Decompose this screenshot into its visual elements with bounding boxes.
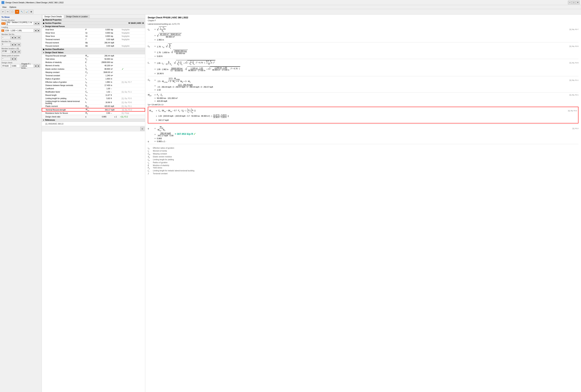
- section-material-properties[interactable]: ▣ Material Properties: [42, 18, 145, 21]
- collapse-icon-refs: ▼: [43, 119, 44, 121]
- moi-sym: Iz: [85, 64, 92, 67]
- lp-ref: [1], Eq. F2-5: [570, 45, 578, 47]
- member-no-input[interactable]: 1: [2, 43, 10, 46]
- design-situation-dropdown[interactable]: DS2 - Section 2.3 (LRFD), 1. to 5.: [6, 21, 34, 25]
- design-check-next[interactable]: ▶: [37, 64, 40, 68]
- stress-point-prev[interactable]: ◀: [11, 57, 14, 61]
- loading-prev[interactable]: ◀: [34, 29, 37, 32]
- lp-result: 5.83 ft: [157, 55, 578, 57]
- mny-eq2: =: [155, 115, 158, 117]
- design-check-value[interactable]: FF4100: [2, 64, 10, 68]
- rts-eq1: =: [153, 28, 157, 30]
- rts-content2: √ 40.100 in⁴ · 3040.00 in⁶ 88.900 in³: [157, 33, 578, 38]
- torsional-note: Negligible: [122, 38, 144, 40]
- esm-unit: in³: [111, 68, 122, 70]
- toolbar-btn-5[interactable]: 🔧: [20, 9, 24, 14]
- mpy-row3: = 420.83 kipft: [148, 100, 578, 102]
- legend-row-cw: Cw Warping constant: [148, 153, 578, 155]
- design-situation-prev[interactable]: ◀: [34, 21, 37, 25]
- cb-eq3: =: [153, 89, 157, 91]
- menu-view[interactable]: View: [1, 6, 8, 8]
- design-check-prev[interactable]: ◀: [34, 64, 37, 68]
- toolbar-btn-7[interactable]: ⊠: [29, 9, 34, 14]
- eta-green-check: ✓: [194, 132, 196, 135]
- section-references[interactable]: ▼ References: [42, 118, 145, 122]
- esm-check: ✓: [122, 67, 124, 70]
- resfac-sym: Φb: [85, 112, 92, 114]
- member-location-next[interactable]: ▶: [14, 50, 17, 53]
- maximize-button[interactable]: □: [572, 1, 576, 4]
- eta-eq3: =: [153, 137, 157, 140]
- design-check-ratio[interactable]: 0.865: [11, 64, 20, 68]
- reference-item-1: [1]. ANSI/AISC 360-22: [46, 123, 144, 125]
- design-check-chapter[interactable]: Chapter F | Lateral-torsio...: [20, 64, 34, 68]
- row-braced-length: Braced length Lb 11.67 ft: [42, 94, 145, 97]
- legend-row-fy: Fy Yield stress: [148, 167, 578, 169]
- toolbar-btn-6[interactable]: 📊: [24, 9, 29, 14]
- collapse-icon-forces: ▼: [43, 25, 44, 27]
- section-internal-forces[interactable]: ▼ Design Internal Forces: [42, 25, 145, 28]
- plastmo-unit: kipft: [111, 105, 122, 107]
- member-set-prev[interactable]: ◀: [11, 36, 14, 39]
- lp-content2: 1.76 · 1.650 in · √ 29000.000 ksi 50.000…: [157, 50, 578, 54]
- ratio-ref: [1], F2.2: [121, 116, 128, 118]
- section-section-properties[interactable]: ▣ Section Properties W 18x50 | AISC 16: [42, 21, 145, 25]
- eta-label4: η: [148, 140, 153, 142]
- stress-point-input[interactable]: --: [2, 57, 10, 61]
- member-no-prev[interactable]: ◀: [11, 43, 14, 46]
- loading-dropdown[interactable]: CO6 - 1.20D + 1.60L: [4, 29, 34, 32]
- member-location-prev[interactable]: ◀: [11, 50, 14, 53]
- references-content: [1]. ANSI/AISC 360-22: [42, 122, 145, 126]
- stress-point-next[interactable]: ▶: [14, 57, 17, 61]
- section-classification-header[interactable]: ▣ Section Classification: [42, 48, 145, 51]
- axial-force-name: Axial force: [46, 29, 85, 31]
- toolbar-btn-1[interactable]: ↩: [1, 9, 5, 14]
- eta-content1: Mr,y Mn,y · Φb: [157, 126, 578, 131]
- lr-val: 16.96: [92, 101, 111, 103]
- distfl-name: Distance between flange centroids: [46, 84, 85, 86]
- member-set-next[interactable]: ▶: [14, 36, 17, 39]
- toolbar-btn-2[interactable]: ↪: [6, 9, 10, 14]
- toolbar-btn-3[interactable]: 📋: [10, 9, 14, 14]
- loading-next[interactable]: ▶: [37, 29, 40, 32]
- eta-val-row: 266.44 kipft 342.17 kipft · 0.90 = 307.9…: [157, 132, 578, 137]
- plastmo-ref: [1], Eq. F2-1: [122, 105, 144, 107]
- member-set-label: Member Set No.: [2, 33, 40, 35]
- member-no-next[interactable]: ▶: [14, 43, 17, 46]
- member-no-action[interactable]: ⊞: [17, 43, 21, 46]
- section-design-check-values[interactable]: ▼ Design Check Values: [42, 51, 145, 54]
- mpy-content1: Fy · Zy: [157, 94, 578, 96]
- bracedlen-name: Braced length: [46, 94, 85, 96]
- minimize-button[interactable]: ─: [568, 1, 572, 4]
- mid-btn-1[interactable]: ⊡: [140, 127, 144, 131]
- sep6: [148, 144, 578, 144]
- row-shear-force-vy: Shear force Vy 0.000 kip Negligible: [42, 31, 145, 35]
- lr-ref: [1], Eq. F2-6: [122, 101, 144, 103]
- member-location-action[interactable]: ⊞: [17, 50, 21, 53]
- rts-eq3: =: [153, 39, 157, 41]
- member-location-input[interactable]: 17.50: [2, 50, 10, 53]
- modfac-val: 1.02: [92, 91, 111, 93]
- cb-formula-block: Cb = 12.5 · Mx,max 2.5 · Mx,max + 3 · MA…: [148, 77, 578, 91]
- member-set-input[interactable]: --: [2, 36, 10, 39]
- legend-desc-lp: Limiting length for yielding: [153, 159, 174, 161]
- menu-options[interactable]: Options: [8, 6, 18, 8]
- design-check-label: Design check: [2, 62, 40, 64]
- tab-design-checks-location[interactable]: Design Checks in Location: [64, 15, 90, 18]
- shear-vz-val: 0.000: [92, 35, 111, 37]
- member-set-action[interactable]: ⊞: [17, 36, 21, 39]
- toolbar-btn-4[interactable]: ★: [15, 9, 19, 14]
- cb-row2: = 12.5 · 266.44 kipft 2.5 · 266.44 kipft…: [148, 84, 578, 88]
- design-situation-next[interactable]: ▶: [37, 21, 40, 25]
- modfac-unit: --: [111, 91, 122, 93]
- references-title: References: [45, 119, 55, 121]
- cb-result: 1.02: [157, 89, 578, 91]
- distfl-val: 17.430: [92, 84, 111, 86]
- ratio-lim: ≤ 1: [114, 116, 120, 118]
- mny-result: 342.17 kipft: [158, 119, 577, 121]
- design-situation-label: Design Situation: [2, 19, 40, 21]
- tab-design-check-details[interactable]: Design Check Details: [42, 15, 64, 18]
- legend-desc-e: Modulus of elasticity: [153, 164, 169, 166]
- stress-point-label: Stress point of section: [2, 55, 40, 57]
- close-button[interactable]: ✕: [576, 1, 580, 4]
